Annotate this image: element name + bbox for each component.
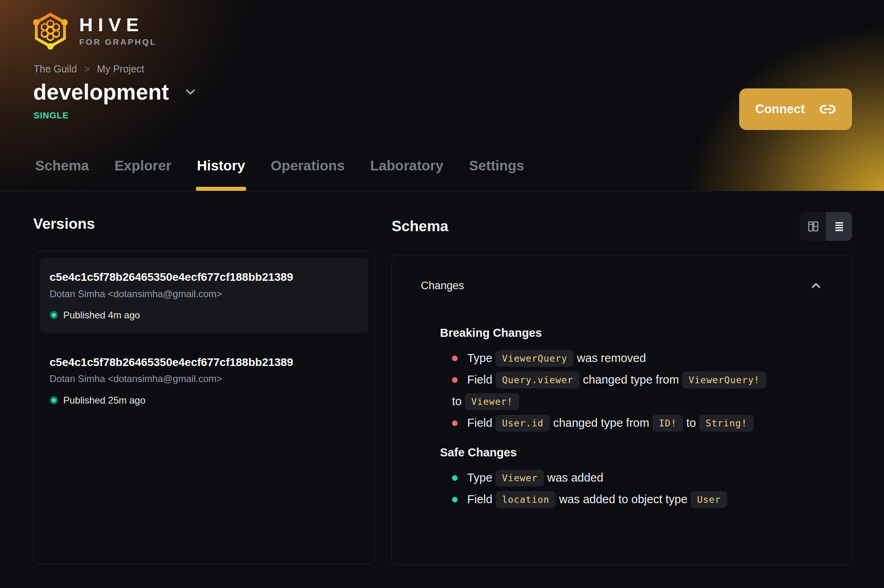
main-content: Versions c5e4c1c5f78b26465350e4ecf677cf1… <box>0 191 884 565</box>
versions-heading: Versions <box>33 215 375 233</box>
code-chip: Query.viewer <box>496 372 580 388</box>
bullet-breaking-icon <box>452 420 458 426</box>
change-text: was removed <box>577 352 646 364</box>
change-section-title: Safe Changes <box>440 446 823 460</box>
code-chip: String! <box>699 415 754 432</box>
list-view-button[interactable] <box>826 212 852 241</box>
change-item: Field Query.viewer changed type from Vie… <box>440 369 823 412</box>
change-text: Type <box>467 471 492 484</box>
tab-operations[interactable]: Operations <box>270 157 346 191</box>
breadcrumb-separator-icon: > <box>84 64 90 75</box>
view-mode-toggle <box>800 212 852 241</box>
change-item: Field location was added to object type … <box>440 488 823 510</box>
link-icon <box>819 101 836 118</box>
brand[interactable]: HIVE FOR GRAPHQL <box>31 11 157 50</box>
versions-list: c5e4c1c5f78b26465350e4ecf677cf188bb21389… <box>33 251 375 564</box>
published-dot-icon <box>50 311 58 319</box>
code-chip: location <box>496 491 556 508</box>
chevron-down-icon[interactable] <box>183 85 198 99</box>
change-text: Field <box>467 493 492 506</box>
code-chip: ID! <box>652 415 683 432</box>
chevron-up-icon <box>809 279 823 292</box>
change-text: Field <box>467 416 492 429</box>
page-title: development <box>33 79 169 105</box>
tab-laboratory[interactable]: Laboratory <box>370 157 444 191</box>
version-status: Published 4m ago <box>50 310 359 321</box>
version-hash: c5e4c1c5f78b26465350e4ecf677cf188bb21389 <box>50 355 359 370</box>
changes-panel: Changes Breaking ChangesType ViewerQuery… <box>392 255 852 565</box>
version-card[interactable]: c5e4c1c5f78b26465350e4ecf677cf188bb21389… <box>40 343 368 418</box>
changes-title: Changes <box>421 280 464 292</box>
code-chip: ViewerQuery <box>496 350 574 367</box>
status-badge: SINGLE <box>34 110 69 121</box>
version-hash: c5e4c1c5f78b26465350e4ecf677cf188bb21389 <box>50 270 359 284</box>
change-list: Type ViewerQuery was removedField Query.… <box>440 347 823 434</box>
columns-view-button[interactable] <box>800 212 826 241</box>
active-tab-underline <box>196 187 246 191</box>
list-icon <box>832 220 846 233</box>
breadcrumb-item[interactable]: My Project <box>97 63 144 75</box>
tab-schema[interactable]: Schema <box>34 157 90 191</box>
tab-history[interactable]: History <box>196 157 246 191</box>
code-chip: ViewerQuery! <box>682 372 766 388</box>
code-chip: Viewer! <box>465 393 519 410</box>
version-card[interactable]: c5e4c1c5f78b26465350e4ecf677cf188bb21389… <box>40 258 368 333</box>
columns-icon <box>806 220 820 233</box>
change-list: Type Viewer was addedField location was … <box>440 467 823 510</box>
connect-button[interactable]: Connect <box>739 88 852 130</box>
change-text: changed type from <box>553 416 649 429</box>
brand-name: HIVE <box>79 15 157 34</box>
version-status: Published 25m ago <box>50 395 359 406</box>
header: HIVE FOR GRAPHQL The Guild>My Project de… <box>0 0 884 191</box>
schema-heading: Schema <box>392 218 448 235</box>
hive-logo-icon <box>31 11 70 50</box>
tab-explorer[interactable]: Explorer <box>114 157 172 191</box>
bullet-safe-icon <box>452 497 458 502</box>
change-text: Type <box>467 352 492 364</box>
change-text: was added to object type <box>559 493 688 506</box>
bullet-breaking-icon <box>452 377 458 383</box>
brand-tagline: FOR GRAPHQL <box>79 38 157 46</box>
change-section-breaking: Breaking ChangesType ViewerQuery was rem… <box>421 326 823 434</box>
code-chip: Viewer <box>496 470 544 486</box>
code-chip: User.id <box>496 415 550 432</box>
change-text: changed type from <box>583 373 679 386</box>
code-chip: User <box>691 491 727 508</box>
breadcrumb: The Guild>My Project <box>34 63 144 75</box>
change-item: Field User.id changed type from ID! to S… <box>440 412 823 434</box>
tab-settings[interactable]: Settings <box>468 157 525 191</box>
change-section-title: Breaking Changes <box>440 326 823 340</box>
change-text: Field <box>467 373 492 386</box>
change-text: to <box>686 416 696 429</box>
change-section-safe: Safe ChangesType Viewer was addedField l… <box>421 446 823 510</box>
published-label: Published 4m ago <box>63 310 140 321</box>
tab-bar: SchemaExplorerHistoryOperationsLaborator… <box>34 157 525 191</box>
change-text: to <box>452 395 462 408</box>
published-dot-icon <box>50 396 58 404</box>
breadcrumb-item[interactable]: The Guild <box>34 63 77 75</box>
connect-button-label: Connect <box>755 102 805 116</box>
change-item: Type ViewerQuery was removed <box>440 347 823 369</box>
bullet-breaking-icon <box>452 356 458 361</box>
version-author: Dotan Simha <dotansimha@gmail.com> <box>50 372 359 385</box>
version-author: Dotan Simha <dotansimha@gmail.com> <box>50 288 359 300</box>
published-label: Published 25m ago <box>63 395 145 406</box>
change-item: Type Viewer was added <box>440 467 823 488</box>
bullet-safe-icon <box>452 475 458 481</box>
collapse-button[interactable] <box>809 279 823 292</box>
changes-header[interactable]: Changes <box>421 279 823 292</box>
change-text: was added <box>547 471 603 484</box>
